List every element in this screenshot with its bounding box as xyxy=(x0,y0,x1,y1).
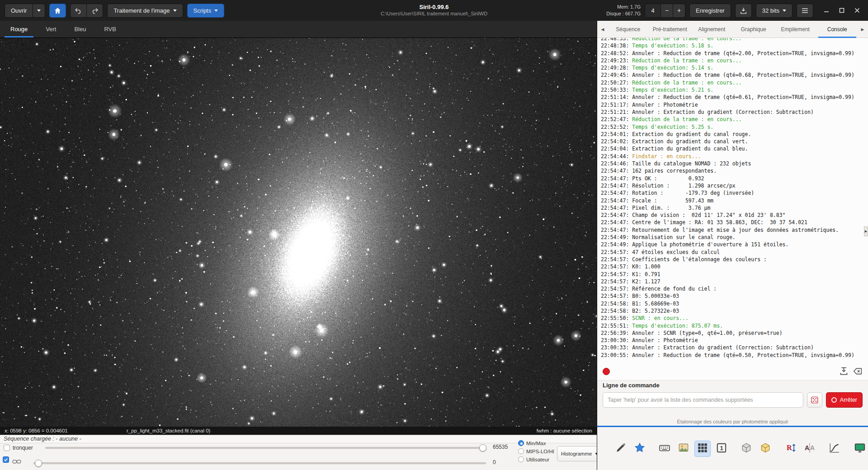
home-button[interactable] xyxy=(49,4,66,18)
console-line: 22:50:27: Réduction de la trame : en cou… xyxy=(601,79,864,86)
channel-tab-bleu[interactable]: Bleu xyxy=(66,21,94,38)
svg-text:A: A xyxy=(805,444,809,451)
radio-icon[interactable] xyxy=(518,456,524,462)
tabs-scroll-left-button[interactable]: ◀ xyxy=(598,21,607,38)
window-title: Siril-0.99.6 xyxy=(381,4,487,11)
command-input[interactable] xyxy=(603,392,803,408)
console-line: 22:54:46: Taille du catalogue NOMAD : 23… xyxy=(601,160,864,167)
export-log-button[interactable] xyxy=(839,367,849,376)
chevron-down-icon xyxy=(783,9,786,12)
record-log-button[interactable] xyxy=(603,368,610,375)
display-mode-mips-lo-hi[interactable]: MIPS-LO/HI xyxy=(518,448,554,454)
maximize-button[interactable] xyxy=(835,4,848,17)
radio-label: Min/Max xyxy=(526,441,546,446)
histogram-mode-label: Histogramme xyxy=(561,451,592,456)
linked-channels-checkbox[interactable] xyxy=(3,456,9,463)
console-line: 22:54:58: B1: 5.68669e-03 xyxy=(601,300,864,307)
radio-label: Utilisateur xyxy=(526,457,549,462)
snapshot-button[interactable] xyxy=(675,441,692,457)
panel-tab-pre-traitement[interactable]: Pré-traitement xyxy=(649,21,691,38)
home-icon xyxy=(54,7,61,14)
histogram-mode-button[interactable]: Histogramme xyxy=(557,446,603,461)
close-button[interactable] xyxy=(851,4,863,17)
cube-alt-icon xyxy=(760,442,771,455)
tile-grid-button[interactable] xyxy=(694,441,711,457)
command-line-label: Ligne de commande xyxy=(597,381,868,390)
sequence-status-label: Séquence chargée : - aucune - xyxy=(0,435,597,443)
console-line: 22:54:47: Retournement de l'image et mis… xyxy=(601,226,864,234)
panel-tab-alignement[interactable]: Alignement xyxy=(691,21,733,38)
image-processing-menu-button[interactable]: Traitement de l'image xyxy=(107,4,183,18)
truncate-option[interactable]: tronquer xyxy=(4,445,33,451)
save-as-button[interactable] xyxy=(735,4,752,18)
dice-icon xyxy=(811,396,819,404)
annotate-button[interactable] xyxy=(613,441,629,457)
thread-count-spinner: 4 − + xyxy=(645,4,685,18)
star-detection-button[interactable] xyxy=(632,441,648,457)
open-button[interactable]: Ouvrir xyxy=(5,4,33,18)
truncate-checkbox[interactable] xyxy=(4,445,10,451)
high-slider-handle[interactable] xyxy=(479,444,486,451)
tabs-scroll-right-button[interactable]: ▶ xyxy=(858,21,867,38)
scripts-menu-button[interactable]: Scripts xyxy=(187,4,225,18)
console-line: 22:54:57: B0: 5.00033e-03 xyxy=(601,292,864,300)
deconvolution-button[interactable] xyxy=(757,441,774,457)
clear-console-button[interactable] xyxy=(853,367,863,376)
console-line: 22:54:57: K0: 1.000 xyxy=(601,263,864,270)
image-canvas[interactable] xyxy=(0,38,597,427)
close-icon xyxy=(854,8,860,13)
minimize-button[interactable] xyxy=(820,4,833,17)
panel-tab-console[interactable]: Console xyxy=(816,21,859,38)
console-log[interactable]: 22:48:33: Réduction de la trame : en cou… xyxy=(597,38,868,362)
open-dropdown-button[interactable] xyxy=(33,4,45,18)
truncate-label: tronquer xyxy=(13,445,33,451)
console-line: 22:49:45: Annuler : Reduction de trame (… xyxy=(601,71,864,79)
panel-tab-graphique[interactable]: Graphique xyxy=(733,21,775,38)
radio-icon[interactable] xyxy=(518,448,524,454)
command-list-button[interactable] xyxy=(807,392,822,408)
bit-depth-label: 32 bits xyxy=(762,7,779,14)
console-line: 22:51:17: Annuler : Photométrie xyxy=(601,101,864,108)
low-slider-handle[interactable] xyxy=(35,460,42,467)
high-level-slider[interactable] xyxy=(45,447,486,449)
grid-icon xyxy=(697,442,708,455)
zoom-one-button[interactable]: 1 xyxy=(713,441,730,457)
export-log-icon xyxy=(839,367,849,376)
hamburger-menu-button[interactable] xyxy=(797,4,813,18)
display-mode-button[interactable] xyxy=(852,441,868,457)
display-mode-min-max[interactable]: Min/Max xyxy=(518,440,554,446)
bit-depth-select[interactable]: 32 bits xyxy=(756,4,793,18)
curves-button[interactable] xyxy=(827,441,843,457)
undo-button[interactable] xyxy=(70,4,86,18)
console-line: 22:52:47: Réduction de la trame : en cou… xyxy=(601,116,864,123)
decrement-button[interactable]: − xyxy=(661,4,673,18)
display-mode-utilisateur[interactable]: Utilisateur xyxy=(518,456,554,462)
mirror-button[interactable]: AA xyxy=(802,441,818,457)
zoom-1-icon: 1 xyxy=(716,442,727,455)
chain-link-icon[interactable] xyxy=(12,458,21,466)
console-line: 22:54:57: 47 étoiles exclues du calcul xyxy=(601,249,864,256)
channel-tab-vert[interactable]: Vert xyxy=(37,21,65,38)
curves-icon xyxy=(829,442,840,455)
panel-tab-sequence[interactable]: Séquence xyxy=(607,21,649,38)
panel-tab-empilement[interactable]: Empilement xyxy=(774,21,816,38)
hamburger-icon xyxy=(801,7,809,14)
console-line: 22:49:23: Réduction de la trame : en cou… xyxy=(601,57,864,64)
keyboard-shortcuts-button[interactable] xyxy=(657,441,673,457)
channel-tab-rouge[interactable]: Rouge xyxy=(2,21,36,38)
download-icon xyxy=(740,7,747,14)
radio-icon[interactable] xyxy=(518,440,524,446)
background-extraction-button[interactable] xyxy=(739,441,755,457)
chevron-down-icon xyxy=(173,9,177,12)
panel-resize-handle[interactable]: ▶ xyxy=(864,226,868,236)
rotate-channels-button[interactable]: R xyxy=(783,441,799,457)
chevron-down-icon xyxy=(37,9,41,12)
increment-button[interactable]: + xyxy=(673,4,685,18)
console-line: 23:00:30: Annuler : Photométrie xyxy=(601,337,864,344)
save-button[interactable]: Enregistrer xyxy=(689,4,731,18)
channel-tab-rvb[interactable]: RVB xyxy=(95,21,125,38)
low-level-slider[interactable] xyxy=(33,462,486,464)
thread-count-value[interactable]: 4 xyxy=(645,4,661,18)
redo-button[interactable] xyxy=(86,4,103,18)
stop-button[interactable]: Arrêter xyxy=(826,392,863,408)
